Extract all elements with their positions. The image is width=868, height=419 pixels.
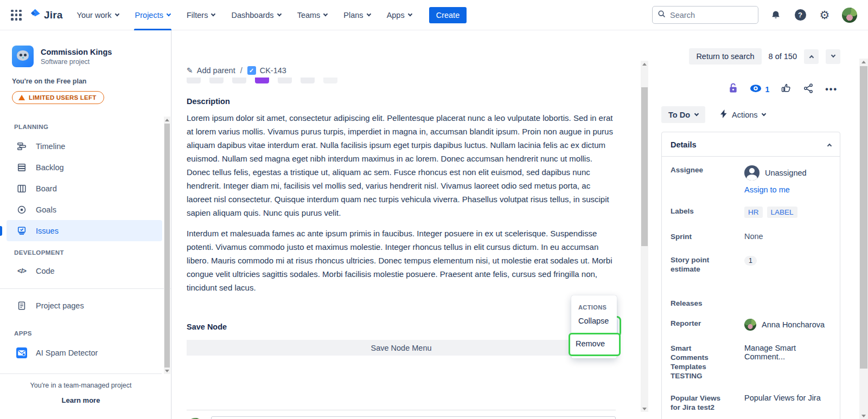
chevron-down-icon: [167, 12, 171, 16]
sidebar-item-timeline[interactable]: Timeline: [7, 136, 162, 157]
issue-main-panel: ✎ Add parent / ✓ CK-143 Description Lore…: [171, 30, 640, 419]
nav-your-work[interactable]: Your work: [77, 0, 119, 30]
field-labels: Labels HR LABEL: [671, 207, 831, 218]
breadcrumb-separator: /: [240, 66, 242, 75]
save-node-dropdown-menu: ACTIONS Collapse Remove: [571, 295, 617, 358]
popular-views-value[interactable]: Popular Views for Jira: [744, 394, 831, 402]
scroll-down-arrow[interactable]: [859, 412, 868, 419]
free-plan-note: You're on the Free plan: [0, 78, 171, 85]
primary-nav: Your work Projects Filters Dashboards Te…: [77, 0, 412, 30]
scroll-down-arrow[interactable]: [164, 368, 170, 374]
jira-logo[interactable]: Jira: [29, 8, 63, 22]
label-chip[interactable]: HR: [744, 207, 763, 218]
chevron-down-icon: [366, 12, 371, 16]
return-to-search-button[interactable]: Return to search: [689, 48, 761, 65]
scrollbar-thumb[interactable]: [860, 66, 867, 369]
thumbs-up-icon[interactable]: [781, 83, 792, 96]
save-node-menu-bar: Save Node Menu: [187, 340, 616, 356]
menu-item-collapse[interactable]: Collapse: [571, 312, 617, 330]
top-navigation-bar: Jira Your work Projects Filters Dashboar…: [0, 0, 868, 30]
details-panel-header[interactable]: Details: [662, 132, 840, 157]
label-chip[interactable]: LABEL: [767, 207, 797, 218]
field-releases: Releases: [671, 299, 831, 308]
clipped-button[interactable]: [232, 78, 246, 83]
assignee-value[interactable]: Unassigned: [744, 165, 831, 181]
nav-plans[interactable]: Plans: [343, 0, 370, 30]
learn-more-link[interactable]: Learn more: [0, 396, 162, 404]
highlight-box-remove: Remove: [569, 333, 621, 356]
notifications-bell-icon[interactable]: [769, 8, 783, 22]
clipped-button[interactable]: [301, 78, 315, 83]
project-avatar: [12, 46, 34, 67]
page-scrollbar[interactable]: [859, 59, 868, 419]
project-header: Commission Kings Software project: [0, 46, 171, 67]
menu-item-remove[interactable]: Remove: [570, 337, 619, 350]
planning-section-title: PLANNING: [0, 124, 171, 130]
watchers-button[interactable]: 1: [750, 84, 769, 94]
nav-dashboards[interactable]: Dashboards: [231, 0, 280, 30]
app-switcher-icon[interactable]: [11, 10, 22, 21]
sidebar-item-goals[interactable]: Goals: [7, 199, 162, 220]
clipped-button[interactable]: [278, 78, 292, 83]
details-panel: Details Assignee Unassigned Assign to me: [661, 132, 840, 419]
scroll-up-arrow[interactable]: [164, 117, 170, 123]
limited-users-pill[interactable]: LIMITED USERS LEFT: [12, 91, 104, 104]
sidebar-item-board[interactable]: Board: [7, 178, 162, 199]
sidebar-item-project-pages[interactable]: Project pages: [7, 295, 162, 316]
field-sprint: Sprint None: [671, 232, 831, 241]
story-point-badge[interactable]: 1: [744, 256, 757, 266]
field-reporter: Reporter Anna Honcharova: [671, 319, 831, 331]
assign-to-me-link[interactable]: Assign to me: [744, 185, 790, 194]
global-search[interactable]: [652, 6, 758, 24]
nav-apps[interactable]: Apps: [387, 0, 412, 30]
help-icon[interactable]: ?: [793, 8, 807, 22]
result-position: 8 of 150: [769, 52, 797, 61]
field-smart-comments: Smart Comments Templates TESTING Manage …: [671, 344, 831, 381]
issue-side-panel: Return to search 8 of 150 1 •••: [640, 30, 852, 419]
clipped-button[interactable]: [187, 78, 201, 83]
scrollbar-thumb[interactable]: [164, 124, 170, 368]
goals-target-icon: [16, 204, 27, 215]
sprint-value[interactable]: None: [744, 232, 831, 241]
scroll-up-arrow[interactable]: [859, 59, 868, 65]
issue-key-link[interactable]: ✓ CK-143: [247, 66, 286, 75]
sidebar-item-code[interactable]: </> Code: [7, 260, 162, 281]
sidebar-item-clipped[interactable]: Jupiter Notebook: [0, 370, 171, 373]
clipped-button[interactable]: [255, 78, 269, 83]
smart-comments-value[interactable]: Manage Smart Comment...: [744, 344, 831, 361]
user-avatar[interactable]: [842, 8, 857, 23]
sidebar-scrollbar[interactable]: [164, 117, 170, 374]
save-node-title: Save Node: [187, 323, 227, 331]
jira-logo-text: Jira: [44, 9, 63, 21]
clipped-button[interactable]: [209, 78, 224, 83]
sidebar-item-ai-spam-detector[interactable]: AI Spam Detector: [7, 342, 162, 363]
document-icon: [16, 300, 27, 311]
timeline-icon: [16, 141, 27, 152]
sidebar-item-issues[interactable]: Issues: [7, 220, 162, 241]
chevron-down-icon: [114, 12, 119, 16]
details-title: Details: [671, 140, 697, 149]
unlock-icon[interactable]: [728, 82, 738, 96]
project-type: Software project: [41, 58, 112, 66]
search-input[interactable]: [670, 11, 746, 20]
add-parent-link[interactable]: ✎ Add parent: [187, 66, 235, 75]
sidebar-item-backlog[interactable]: Backlog: [7, 157, 162, 178]
description-title: Description: [187, 97, 616, 106]
nav-filters[interactable]: Filters: [187, 0, 215, 30]
previous-issue-button[interactable]: [804, 49, 819, 64]
next-issue-button[interactable]: [826, 49, 840, 64]
more-actions-icon[interactable]: •••: [825, 85, 838, 94]
chevron-down-icon: [323, 12, 328, 16]
status-dropdown[interactable]: To Do: [661, 106, 705, 123]
add-comment-input[interactable]: [211, 416, 616, 419]
settings-gear-icon[interactable]: ⚙: [818, 8, 832, 22]
pencil-icon: ✎: [187, 66, 193, 75]
development-section-title: DEVELOPMENT: [0, 249, 171, 256]
field-popular-views: Popular Views for Jira test2 Popular Vie…: [671, 394, 831, 412]
share-icon[interactable]: [803, 83, 814, 96]
clipped-button[interactable]: [323, 78, 337, 83]
actions-dropdown[interactable]: Actions: [720, 109, 765, 120]
create-button[interactable]: Create: [429, 7, 467, 23]
nav-teams[interactable]: Teams: [297, 0, 328, 30]
nav-projects[interactable]: Projects: [135, 0, 170, 30]
